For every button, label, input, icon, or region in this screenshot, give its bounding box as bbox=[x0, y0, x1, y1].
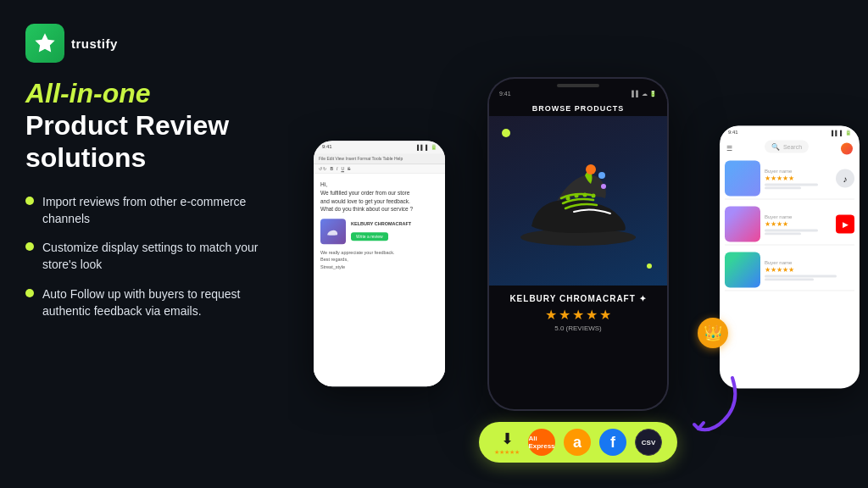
email-greeting: Hi,We fulfilled your order from our stor… bbox=[320, 180, 438, 214]
star-4: ★ bbox=[586, 307, 598, 323]
feature-followup-text: Auto Follow up with buyers to request au… bbox=[42, 286, 263, 320]
star-3: ★ bbox=[572, 307, 584, 323]
logo-area: trustify bbox=[25, 24, 263, 63]
line-4 bbox=[765, 232, 801, 235]
purple-arrow bbox=[682, 369, 749, 437]
product-info-3: Buyer name ★★★★★ bbox=[765, 259, 854, 280]
product-title-area: KELBURY CHROMACRAFT ✦ ★ ★ ★ ★ ★ 5.0 (REV… bbox=[489, 286, 667, 337]
svg-point-7 bbox=[601, 184, 606, 189]
tiktok-icon: ♪ bbox=[843, 174, 848, 183]
write-review-button[interactable]: Write a review bbox=[351, 232, 388, 241]
crown-badge: 👑 bbox=[698, 318, 728, 348]
bullet-import bbox=[25, 197, 34, 205]
brand-name: trustify bbox=[71, 36, 118, 51]
phone-header-right: ☰ 🔍 Search bbox=[720, 139, 860, 158]
search-placeholder: Search bbox=[783, 144, 802, 150]
aliexpress-icon[interactable]: AliExpress bbox=[528, 429, 555, 456]
email-product-info: KELBURY CHROMACRAFT Write a review bbox=[351, 221, 411, 241]
format-bold: B bbox=[330, 166, 333, 171]
rating-text: 5.0 (REVIEWS) bbox=[501, 324, 655, 332]
amazon-icon[interactable]: a bbox=[564, 429, 591, 456]
product-item-3: Buyer name ★★★★★ bbox=[725, 250, 854, 291]
center-signal: ▌▌ ☁ 🔋 bbox=[632, 91, 657, 97]
phone-center-inner: 9:41 ▌▌ ☁ 🔋 BROWSE PRODUCTS bbox=[489, 79, 667, 409]
csv-icon[interactable]: CSV bbox=[635, 429, 662, 456]
buyer-name-3: Buyer name bbox=[765, 259, 854, 264]
star-2: ★ bbox=[559, 307, 570, 323]
youtube-badge: ▶ bbox=[836, 215, 854, 234]
import-stars: ★★★★★ bbox=[494, 449, 520, 456]
search-bar-right[interactable]: 🔍 Search bbox=[765, 141, 809, 153]
right-signal: ▌▌ ▌ 🔋 bbox=[832, 130, 851, 136]
left-signal: ▌▌ ▌ 🔋 bbox=[417, 144, 437, 150]
product-thumb-3 bbox=[725, 252, 760, 288]
headline-highlight: All-in-one bbox=[25, 78, 263, 109]
search-icon: 🔍 bbox=[771, 143, 780, 151]
svg-point-1 bbox=[566, 197, 570, 201]
headline-main: Product Reviewsolutions bbox=[25, 109, 263, 175]
email-shoe-icon bbox=[325, 223, 342, 240]
star-icon bbox=[33, 31, 57, 55]
filter-icon[interactable]: ☰ bbox=[726, 145, 732, 152]
phone-center: 9:41 ▌▌ ☁ 🔋 BROWSE PRODUCTS bbox=[489, 79, 667, 409]
product-lines-1 bbox=[765, 183, 832, 189]
line-1 bbox=[765, 183, 818, 186]
format-italic: I bbox=[337, 166, 337, 171]
format-undo: ↺ ↻ bbox=[319, 166, 326, 171]
product-item-1: Buyer name ★★★★★ ♪ bbox=[725, 158, 854, 200]
play-icon: ▶ bbox=[843, 220, 849, 229]
product-lines-2 bbox=[765, 229, 832, 235]
email-product-img bbox=[320, 219, 346, 244]
left-panel: trustify All-in-one Product Reviewsoluti… bbox=[0, 0, 288, 488]
stars-center: ★ ★ ★ ★ ★ bbox=[501, 307, 655, 323]
stars-3: ★★★★★ bbox=[765, 265, 854, 273]
product-thumb-2 bbox=[725, 207, 760, 242]
facebook-icon[interactable]: f bbox=[599, 429, 626, 456]
feature-customize: Customize display settings to match your… bbox=[25, 239, 263, 274]
import-download: ⬇ ★★★★★ bbox=[494, 430, 520, 456]
phone-email-status: 9:41 ▌▌ ▌ 🔋 bbox=[314, 141, 445, 153]
format-underline: U bbox=[341, 166, 344, 171]
phone-email-inner: 9:41 ▌▌ ▌ 🔋 File Edit View Insert Format… bbox=[314, 141, 445, 386]
buyer-name-1: Buyer name bbox=[765, 168, 832, 173]
notch-bar bbox=[557, 84, 599, 87]
download-icon: ⬇ bbox=[501, 430, 514, 448]
product-image-bg bbox=[489, 116, 667, 286]
email-toolbar: File Edit View Insert Format Tools Table… bbox=[314, 153, 445, 164]
center-time: 9:41 bbox=[499, 91, 511, 97]
product-list-right: Buyer name ★★★★★ ♪ Buyer n bbox=[720, 158, 860, 389]
star-1: ★ bbox=[545, 307, 557, 323]
email-format-bar: ↺ ↻ B I U S bbox=[314, 164, 445, 174]
format-strike: S bbox=[348, 166, 350, 171]
features-list: Import reviews from other e-commerce cha… bbox=[25, 193, 263, 320]
tiktok-badge: ♪ bbox=[836, 169, 854, 188]
feature-import: Import reviews from other e-commerce cha… bbox=[25, 193, 263, 228]
svg-point-2 bbox=[575, 194, 579, 198]
right-time: 9:41 bbox=[728, 130, 738, 136]
right-panel: 9:41 ▌▌ ☁ 🔋 BROWSE PRODUCTS bbox=[288, 0, 868, 488]
deco-dot-1 bbox=[502, 129, 510, 137]
product-thumb-1 bbox=[725, 161, 760, 197]
line-3 bbox=[765, 229, 818, 231]
phone-center-content: KELBURY CHROMACRAFT ✦ ★ ★ ★ ★ ★ 5.0 (REV… bbox=[489, 116, 667, 409]
phone-right-inner: 9:41 ▌▌ ▌ 🔋 ☰ 🔍 Search Buyer name ★★★★★ bbox=[720, 126, 860, 389]
left-time: 9:41 bbox=[322, 144, 332, 150]
email-product-row: KELBURY CHROMACRAFT Write a review bbox=[320, 219, 438, 244]
star-5: ★ bbox=[599, 307, 611, 323]
email-product-name: KELBURY CHROMACRAFT bbox=[351, 221, 411, 226]
logo-icon bbox=[25, 24, 64, 63]
line-5 bbox=[765, 274, 837, 277]
stars-2: ★★★★ bbox=[765, 219, 832, 227]
email-menu: File Edit View Insert Format Tools Table… bbox=[319, 156, 403, 161]
phone-email: 9:41 ▌▌ ▌ 🔋 File Edit View Insert Format… bbox=[314, 141, 445, 386]
svg-point-5 bbox=[586, 164, 596, 175]
import-bar: ⬇ ★★★★★ AliExpress a f CSV bbox=[479, 422, 677, 463]
user-avatar bbox=[841, 142, 853, 154]
headline: All-in-one Product Reviewsolutions bbox=[25, 78, 263, 175]
product-info-2: Buyer name ★★★★ bbox=[765, 214, 832, 235]
email-body: Hi,We fulfilled your order from our stor… bbox=[314, 174, 445, 386]
line-6 bbox=[765, 278, 814, 280]
line-2 bbox=[765, 186, 801, 189]
phone-right-status: 9:41 ▌▌ ▌ 🔋 bbox=[720, 126, 860, 139]
sneaker-illustration bbox=[510, 146, 646, 256]
